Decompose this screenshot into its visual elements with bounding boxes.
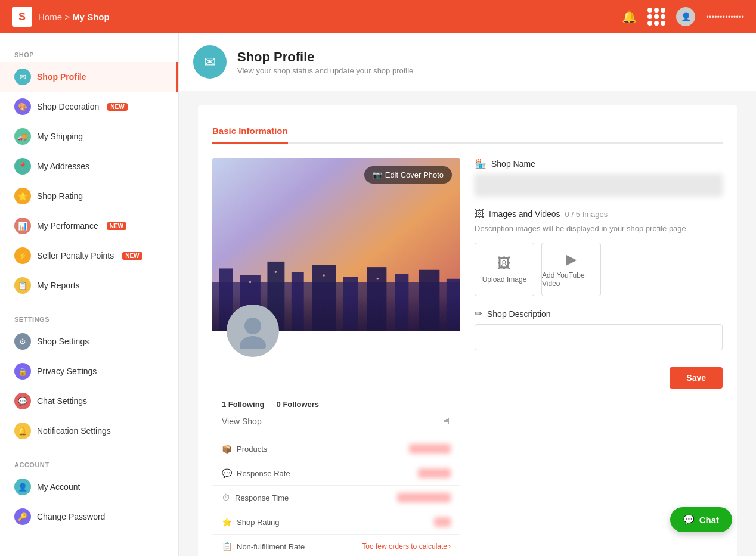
sidebar-item-label: Shop Settings xyxy=(37,337,89,346)
nfr-link-text: Too few orders to calculate xyxy=(362,542,447,551)
nfr-link[interactable]: Too few orders to calculate › xyxy=(362,542,451,551)
camera-icon: 📷 xyxy=(373,170,382,179)
images-desc: Description images will be displayed in … xyxy=(475,224,723,233)
sidebar-section-shop: SHOP xyxy=(0,45,178,62)
avatar xyxy=(227,305,279,357)
username-label: •••••••••••••• xyxy=(706,13,744,21)
sidebar-item-my-performance[interactable]: 📊 My Performance NEW xyxy=(0,211,178,241)
metric-value-products xyxy=(409,444,451,454)
sidebar-item-label: My Account xyxy=(37,482,80,492)
sidebar-item-my-shipping[interactable]: 🚚 My Shipping xyxy=(0,122,178,151)
svg-point-13 xyxy=(275,271,277,272)
upload-image-icon: 🖼 xyxy=(497,255,512,272)
add-video-label: Add YouTube Video xyxy=(542,271,600,288)
shopee-logo: S xyxy=(12,7,32,27)
sidebar-item-shop-profile[interactable]: ✉ Shop Profile xyxy=(0,62,178,92)
sidebar-item-notification-settings[interactable]: 🔔 Notification Settings xyxy=(0,416,178,446)
breadcrumb-current: My Shop xyxy=(72,12,110,22)
shop-name-input[interactable] xyxy=(475,174,723,197)
shop-settings-icon: ⚙ xyxy=(14,333,31,350)
tab-basic-information[interactable]: Basic Information xyxy=(212,120,288,144)
metric-row-shop-rating: ⭐ Shop Rating xyxy=(212,510,460,535)
field-label-text: Images and Videos xyxy=(489,209,560,219)
notification-settings-icon: 🔔 xyxy=(14,423,31,439)
bell-icon[interactable]: 🔔 xyxy=(622,10,637,24)
following-stat: 1 Following xyxy=(222,400,265,409)
metric-name: Non-fulfillment Rate xyxy=(237,542,305,551)
cover-area: 📷 Edit Cover Photo xyxy=(212,158,460,357)
upload-image-button[interactable]: 🖼 Upload Image xyxy=(475,243,534,296)
add-youtube-button[interactable]: ▶ Add YouTube Video xyxy=(541,243,601,296)
sidebar-item-change-password[interactable]: 🔑 Change Password xyxy=(0,502,178,532)
sidebar-item-my-reports[interactable]: 📋 My Reports xyxy=(0,271,178,300)
metric-row-response-rate: 💬 Response Rate xyxy=(212,461,460,486)
sidebar-item-seller-penalty[interactable]: ⚡ Seller Penalty Points NEW xyxy=(0,241,178,271)
metric-row-nfr: 📋 Non-fulfillment Rate Too few orders to… xyxy=(212,535,460,556)
edit-cover-button[interactable]: 📷 Edit Cover Photo xyxy=(364,166,452,184)
view-shop-link[interactable]: View Shop xyxy=(222,417,262,426)
metric-name: Response Rate xyxy=(237,469,290,478)
breadcrumb-separator: > xyxy=(64,12,72,22)
my-performance-icon: 📊 xyxy=(14,218,31,234)
followers-label: Followers xyxy=(283,400,319,409)
nfr-icon: 📋 xyxy=(222,542,232,551)
following-label: Following xyxy=(228,400,265,409)
sidebar-item-label: Privacy Settings xyxy=(37,366,97,376)
images-videos-label: 🖼 Images and Videos 0 / 5 Images xyxy=(475,209,723,219)
save-button[interactable]: Save xyxy=(670,367,723,389)
shop-rating-icon: ⭐ xyxy=(222,517,232,527)
metric-label: ⭐ Shop Rating xyxy=(222,517,280,527)
svg-point-12 xyxy=(249,281,251,283)
sidebar-item-chat-settings[interactable]: 💬 Chat Settings xyxy=(0,386,178,416)
metric-name: Products xyxy=(237,445,267,454)
field-label-text: Shop Description xyxy=(487,309,551,319)
apps-grid-icon[interactable] xyxy=(647,8,665,26)
sidebar-item-my-addresses[interactable]: 📍 My Addresses xyxy=(0,151,178,181)
sidebar-item-privacy-settings[interactable]: 🔒 Privacy Settings xyxy=(0,356,178,386)
sidebar-item-label: Chat Settings xyxy=(37,396,87,406)
followers-stat: 0 Followers xyxy=(277,400,320,409)
metric-label: 📦 Products xyxy=(222,444,267,454)
svg-point-16 xyxy=(244,318,261,334)
avatar[interactable]: 👤 xyxy=(676,7,695,26)
shop-stats: 1 Following 0 Followers xyxy=(212,393,460,409)
response-time-icon: ⏱ xyxy=(222,493,230,502)
page-header-text: Shop Profile View your shop status and u… xyxy=(237,49,413,75)
sidebar: SHOP ✉ Shop Profile 🎨 Shop Decoration NE… xyxy=(0,33,179,556)
breadcrumb-home[interactable]: Home xyxy=(38,12,62,22)
form-panel: 🏪 Shop Name 🖼 Images and Videos 0 / 5 Im… xyxy=(475,158,723,556)
change-password-icon: 🔑 xyxy=(14,508,31,525)
chat-bubble[interactable]: 💬 Chat xyxy=(670,507,732,532)
sidebar-item-shop-settings[interactable]: ⚙ Shop Settings xyxy=(0,327,178,356)
sidebar-item-my-account[interactable]: 👤 My Account xyxy=(0,472,178,502)
sidebar-item-shop-decoration[interactable]: 🎨 Shop Decoration NEW xyxy=(0,92,178,122)
response-rate-icon: 💬 xyxy=(222,468,232,478)
tabs: Basic Information xyxy=(212,120,723,144)
shop-desc-input[interactable] xyxy=(475,324,723,350)
layout: SHOP ✉ Shop Profile 🎨 Shop Decoration NE… xyxy=(0,33,756,556)
desc-icon: ✏ xyxy=(475,308,482,319)
images-icon: 🖼 xyxy=(475,209,484,219)
shop-profile-icon: ✉ xyxy=(14,69,31,85)
svg-point-14 xyxy=(323,274,324,276)
sidebar-divider xyxy=(0,300,178,310)
metric-row-response-time: ⏱ Response Time xyxy=(212,486,460,510)
seller-penalty-icon: ⚡ xyxy=(14,247,31,264)
new-badge: NEW xyxy=(107,222,126,230)
chat-settings-icon: 💬 xyxy=(14,393,31,409)
products-icon: 📦 xyxy=(222,444,232,454)
sidebar-item-label: Notification Settings xyxy=(37,426,111,436)
shop-name-field: 🏪 Shop Name xyxy=(475,158,723,197)
sidebar-section-account: ACCOUNT xyxy=(0,455,178,472)
sidebar-item-label: My Performance xyxy=(37,221,98,231)
sidebar-item-shop-rating[interactable]: ⭐ Shop Rating xyxy=(0,181,178,211)
followers-count: 0 xyxy=(277,400,281,409)
metric-value-shop-rating xyxy=(434,517,451,527)
sidebar-section-settings: SETTINGS xyxy=(0,310,178,327)
sidebar-item-label: Seller Penalty Points xyxy=(37,251,114,260)
field-label-text: Shop Name xyxy=(491,159,535,169)
sidebar-item-label: Shop Profile xyxy=(37,72,86,82)
shop-description-section: ✏ Shop Description xyxy=(475,308,723,353)
svg-point-17 xyxy=(240,336,266,349)
my-shipping-icon: 🚚 xyxy=(14,128,31,145)
